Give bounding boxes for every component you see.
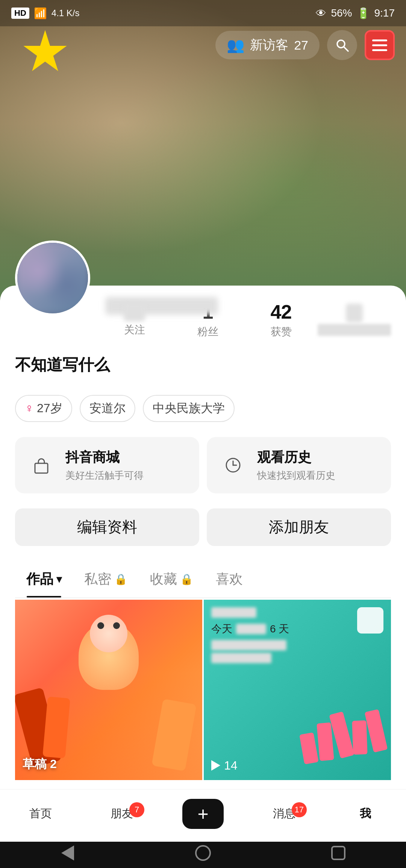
nav-friends[interactable]: 朋友 7 <box>99 806 144 821</box>
stat-blurred-val <box>346 304 363 322</box>
action-buttons-row: 编辑资料 添加朋友 <box>15 508 391 546</box>
tags-row: ♀ 27岁 安道尔 中央民族大学 <box>15 395 391 422</box>
tabs-row: 作品 ▾ 私密 🔒 收藏 🔒 喜欢 <box>15 561 391 598</box>
edit-profile-button[interactable]: 编辑资料 <box>15 508 199 546</box>
svg-rect-2 <box>35 463 48 473</box>
messages-badge: 17 <box>292 802 307 817</box>
shop-card[interactable]: 抖音商城 美好生活触手可得 <box>15 437 199 493</box>
status-bar: HD 📶 4.1 K/s 👁 56% 🔋 9:17 <box>0 0 406 26</box>
nav-me-label: 我 <box>360 806 371 821</box>
tab-works-arrow: ▾ <box>56 573 62 585</box>
draft-overlay: 草稿 2 <box>23 756 57 773</box>
status-right: 👁 56% 🔋 9:17 <box>316 7 395 20</box>
menu-line-2 <box>372 44 387 46</box>
bio-section: 不知道写什么 <box>15 346 391 387</box>
tab-favorites-lock: 🔒 <box>180 573 193 585</box>
tab-works-label: 作品 <box>26 570 53 588</box>
tag-school[interactable]: 中央民族大学 <box>143 395 235 422</box>
time-display: 9:17 <box>374 7 395 19</box>
wifi-speed: 4.1 K/s <box>52 8 80 18</box>
recents-icon <box>331 846 345 860</box>
home-button[interactable] <box>192 845 214 860</box>
tag-location[interactable]: 安道尔 <box>80 395 135 422</box>
visitors-button[interactable]: 👥 新访客 27 <box>215 31 320 59</box>
bio-text: 不知道写什么 <box>15 356 110 374</box>
menu-line-1 <box>372 39 387 41</box>
hd-badge: HD <box>11 8 29 19</box>
tab-favorites-label: 收藏 <box>150 570 177 588</box>
feature-row: 抖音商城 美好生活触手可得 观看历史 快速找到观看历史 <box>15 437 391 493</box>
location-label: 安道尔 <box>89 400 126 417</box>
play-icon <box>211 760 220 771</box>
visitors-icon: 👥 <box>227 37 244 53</box>
history-card[interactable]: 观看历史 快速找到观看历史 <box>207 437 391 493</box>
tag-age[interactable]: ♀ 27岁 <box>15 395 72 422</box>
tab-works[interactable]: 作品 ▾ <box>15 561 73 597</box>
domino-shapes <box>297 705 386 764</box>
nav-home-label: 首页 <box>29 806 52 821</box>
back-button[interactable] <box>56 845 79 860</box>
play-count-badge: 14 <box>211 759 238 773</box>
video-grid: 草稿 2 今天 6 天 <box>15 600 391 780</box>
following-value <box>124 302 145 321</box>
shop-icon <box>26 450 56 480</box>
video-draft[interactable]: 草稿 2 <box>15 600 202 780</box>
shop-subtitle: 美好生活触手可得 <box>65 469 188 482</box>
play-count: 14 <box>224 759 238 773</box>
bottom-navigation: 首页 朋友 7 + 消息 17 我 <box>0 789 406 838</box>
shop-title: 抖音商城 <box>65 448 188 467</box>
create-button[interactable]: + <box>182 799 224 829</box>
visitors-label: 新访客 <box>250 36 288 54</box>
tab-private-label: 私密 <box>84 570 111 588</box>
nav-home[interactable]: 首页 <box>18 806 63 821</box>
home-icon <box>195 845 211 861</box>
likes-value: 42 <box>244 301 318 323</box>
menu-line-3 <box>372 49 387 51</box>
search-button[interactable] <box>327 30 357 60</box>
v2-text-overlay: 今天 6 天 <box>211 607 383 663</box>
plus-icon: + <box>197 804 208 823</box>
stat-followers2[interactable]: 42 获赞 <box>244 301 318 339</box>
top-action-bar: 👥 新访客 27 <box>0 26 406 64</box>
visitors-count: 27 <box>294 38 308 53</box>
history-icon <box>218 450 248 480</box>
history-subtitle: 快速找到观看历史 <box>257 469 380 482</box>
nav-me[interactable]: 我 <box>343 806 388 821</box>
gender-icon: ♀ <box>25 401 34 415</box>
stat-likes[interactable] <box>318 304 391 336</box>
history-title: 观看历史 <box>257 448 380 467</box>
tab-likes-label: 喜欢 <box>216 570 243 588</box>
add-friend-button[interactable]: 添加朋友 <box>207 508 391 546</box>
search-icon <box>335 38 350 53</box>
username-blurred <box>105 297 218 315</box>
video-published[interactable]: 今天 6 天 14 <box>204 600 391 780</box>
recents-button[interactable] <box>327 845 350 860</box>
battery-icon: 🔋 <box>357 7 370 20</box>
svg-line-1 <box>344 47 348 51</box>
school-label: 中央民族大学 <box>153 400 225 417</box>
status-left: HD 📶 4.1 K/s <box>11 7 80 20</box>
tab-favorites[interactable]: 收藏 🔒 <box>139 561 205 597</box>
menu-button[interactable] <box>365 30 395 60</box>
tab-likes[interactable]: 喜欢 <box>205 561 254 597</box>
tab-private[interactable]: 私密 🔒 <box>73 561 139 597</box>
eye-icon: 👁 <box>316 7 326 20</box>
back-icon <box>61 845 74 860</box>
avatar[interactable] <box>15 240 90 316</box>
system-navigation-bar <box>0 838 406 868</box>
signal-icon: 📶 <box>34 7 47 20</box>
battery-level: 56% <box>331 7 352 19</box>
age-label: 27岁 <box>37 400 62 417</box>
user-info-card: 关注 1 粉丝 42 获赞 不知道写什么 ♀ 27岁 安道尔 中央民族大学 <box>0 286 406 842</box>
friends-badge: 7 <box>129 802 144 817</box>
tab-private-lock: 🔒 <box>114 573 127 585</box>
nav-create[interactable]: + <box>180 799 226 829</box>
nav-messages[interactable]: 消息 17 <box>262 806 307 821</box>
